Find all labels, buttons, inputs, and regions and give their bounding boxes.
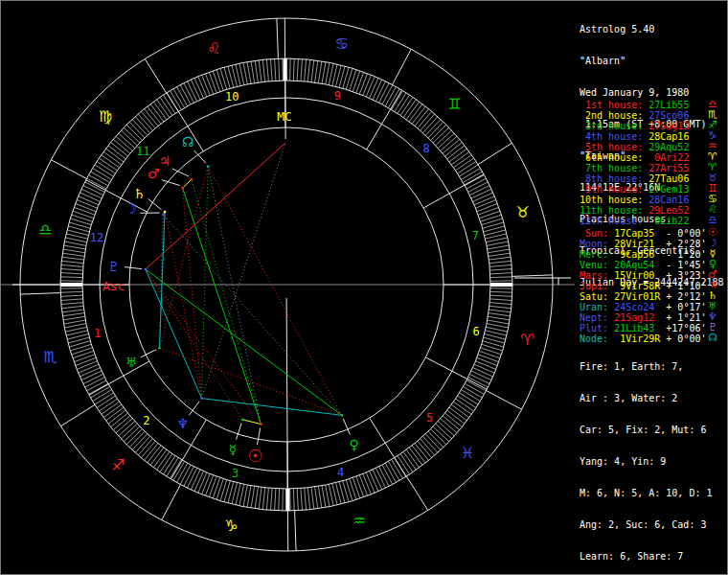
sign-boundary	[406, 476, 427, 511]
wheel-planet-neptune-icon: ♆	[177, 416, 190, 431]
planet-dot	[164, 211, 166, 213]
wheel-sign-cancer-icon: ♋	[335, 34, 349, 53]
aspect-sun-mercury	[242, 420, 261, 425]
house-number: 5	[426, 411, 433, 425]
house-cusp	[89, 361, 149, 395]
wheel-planet-uranus-icon: ♅	[125, 355, 138, 370]
aspect-neptune-mars	[183, 188, 202, 398]
house-row: 12th house: 0Lib22♎	[580, 216, 689, 226]
sign-boundary	[162, 485, 181, 520]
chart-wheel: ♈♉♊♋♌♍♎♏♐♑♒♓123456789101112☉☽☿♀♂♃♄♅♆♇☊As…	[0, 0, 576, 575]
aspect-mars-jupiter	[183, 179, 192, 188]
planet-row: Uran: 24Sco24 + 0°17'♅	[580, 302, 706, 312]
aspect-sun-pluto	[146, 269, 262, 425]
aspect-venus-node	[208, 167, 342, 416]
sign-boundary	[145, 59, 166, 94]
house-number: 12	[90, 231, 103, 244]
house-number: 11	[136, 145, 149, 158]
wheel-sign-leo-icon: ♌	[207, 39, 220, 58]
sign-icon: ♎	[705, 215, 720, 226]
mc-label: MC	[277, 109, 292, 124]
planet-pointer	[189, 402, 199, 416]
house-number: 6	[472, 325, 479, 338]
house-number: 4	[337, 466, 344, 479]
planet-row: Venu: 20Aqu54 - 1°45'♀	[580, 260, 706, 270]
asc-label: Asc	[102, 279, 125, 293]
house-number: 1	[94, 327, 101, 340]
planet-dot	[158, 347, 160, 349]
sign-boundary	[512, 275, 553, 277]
planet-row: Mars: 15Vir00 + 3°23'♂	[580, 270, 706, 281]
summary-elements-1: Fire: 1, Earth: 7,	[580, 361, 712, 372]
planet-pointer	[172, 169, 190, 176]
house-number: 7	[472, 229, 479, 242]
summary-learn-share: Learn: 6, Share: 7	[580, 551, 712, 562]
aspect-neptune-saturn	[165, 212, 202, 399]
chart-name: "Albarn"	[580, 56, 724, 66]
aspect-uranus-venus	[160, 348, 342, 415]
planet-pointer	[125, 267, 142, 269]
house-row: 9th house: 27Gem13♊	[580, 184, 689, 195]
wheel-planet-moon-icon: ☽	[125, 200, 137, 218]
sign-boundary	[478, 143, 512, 164]
element-summary: Fire: 1, Earth: 7, Air : 3, Water: 2 Car…	[580, 340, 712, 575]
house-row: 4th house: 28Cap16♑	[580, 131, 689, 142]
wheel-sign-libra-icon: ♎	[38, 220, 52, 239]
summary-yang-yin: Yang: 4, Yin: 9	[580, 456, 712, 467]
aspect-venus-moon	[163, 215, 341, 415]
wheel-sign-pisces-icon: ♓	[461, 444, 474, 462]
wheel-sign-aries-icon: ♈	[520, 331, 534, 349]
wheel-sign-gemini-icon: ♊	[448, 95, 462, 113]
house-number: 8	[422, 142, 429, 155]
planet-pointer	[148, 198, 162, 210]
info-panel: Astrolog 5.40 "Albarn" Wed January 9, 19…	[579, 0, 726, 575]
planet-pointer	[237, 424, 242, 440]
house-number: 10	[225, 90, 239, 104]
planet-row: Nept: 21Sag12 + 1°21'♆	[580, 312, 706, 323]
house-row: 2nd house: 27Sco06♏	[580, 110, 689, 121]
planet-row: Satu: 27Vir01R + 2°12'♄	[580, 291, 706, 302]
house-row: 10th house: 28Can16♋	[580, 195, 689, 205]
sign-boundary	[51, 160, 86, 179]
aspect-venus-neptune	[202, 399, 342, 416]
planet-row: Sun: 17Cap35 - 0°00'☉	[580, 228, 706, 239]
ic-axis	[286, 298, 288, 551]
wheel-svg: ♈♉♊♋♌♍♎♏♐♑♒♓123456789101112☉☽☿♀♂♃♄♅♆♇☊As…	[0, 0, 576, 575]
sign-boundary	[61, 404, 96, 426]
planet-dot	[200, 397, 202, 399]
house-row: 8th house: 27Tau06♉	[580, 173, 689, 184]
house-number: 2	[143, 414, 149, 427]
planet-dot	[191, 178, 193, 180]
planet-dot	[162, 214, 164, 216]
house-row: 5th house: 29Aqu52♒	[580, 142, 689, 152]
planet-pointer	[141, 350, 156, 357]
app-title: Astrolog 5.40	[580, 24, 724, 34]
house-number: 3	[232, 467, 239, 480]
sign-boundary	[393, 49, 412, 84]
planet-dot	[260, 423, 262, 425]
planet-row: Jupi: 9Vir58R + 1°10'♃	[580, 281, 706, 291]
house-table: 1st house: 27Lib55♎ 2nd house: 27Sco06♏ …	[580, 100, 689, 226]
house-row: 3rd house: 27Sag13♐	[580, 121, 689, 131]
wheel-sign-virgo-icon: ♍	[99, 107, 112, 126]
chart-date: Wed January 9, 1980	[580, 87, 724, 98]
summary-modes: Car: 5, Fix: 2, Mut: 6	[580, 425, 712, 435]
summary-hemispheres: M: 6, N: 5, A: 10, D: 1	[580, 488, 712, 498]
house-number: 9	[334, 89, 341, 103]
wheel-sign-aquarius-icon: ♒	[353, 512, 366, 530]
planet-dot	[341, 414, 343, 416]
planet-row: Merc: 9Cap56 - 1°20'☿	[580, 249, 706, 260]
sign-boundary	[295, 511, 297, 551]
house-row: 1st house: 27Lib55♎	[580, 100, 689, 110]
aspect-node-neptune	[202, 167, 209, 399]
wheel-sign-taurus-icon: ♉	[515, 203, 529, 221]
wheel-planet-node-icon: ☊	[182, 134, 193, 150]
planet-table: Sun: 17Cap35 - 0°00'☉Moon: 28Vir21 + 2°2…	[580, 228, 706, 344]
wheel-planet-venus-icon: ♀	[350, 437, 359, 452]
wheel-planet-sun-icon: ☉	[247, 446, 262, 466]
planet-row: Plut: 21Lib43 +17°06'♇	[580, 323, 706, 334]
house-row: 11th house: 29Leo52♌	[580, 205, 689, 216]
planet-dot	[181, 187, 183, 189]
wheel-planet-saturn-icon: ♄	[133, 186, 146, 201]
planet-dot	[145, 268, 147, 270]
